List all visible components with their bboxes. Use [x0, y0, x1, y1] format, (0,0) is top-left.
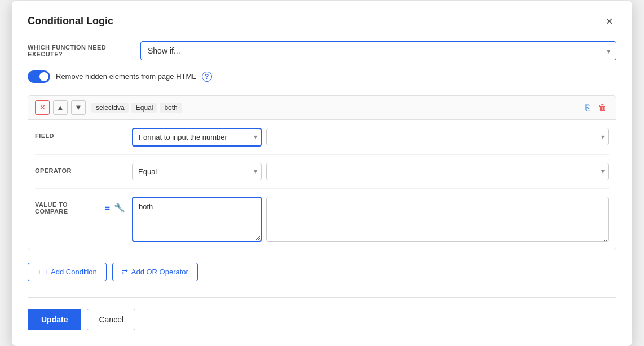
remove-condition-button[interactable]: ✕: [35, 100, 50, 115]
condition-fields: FIELD Format to input the number ▾ ▾: [28, 120, 616, 250]
close-button[interactable]: ×: [602, 14, 616, 29]
modal-title: Conditional Logic: [28, 15, 113, 27]
function-select[interactable]: Show if... Hide if... Enable if... Disab…: [140, 41, 616, 60]
operator-right-select-wrapper: ▾: [266, 163, 609, 180]
add-condition-label: + Add Condition: [45, 268, 97, 276]
operator-row-label: OPERATOR: [35, 163, 125, 174]
field-right-select-wrapper: ▾: [266, 128, 609, 147]
toggle-row: Remove hidden elements from page HTML ?: [28, 70, 616, 83]
operator-select[interactable]: Equal Not Equal Contains Greater Than Le…: [132, 163, 262, 180]
value-controls: both: [132, 197, 609, 242]
conditional-logic-modal: Conditional Logic × WHICH FUNCTION NEED …: [12, 1, 632, 346]
move-down-button[interactable]: ▼: [71, 100, 86, 115]
move-up-button[interactable]: ▲: [53, 100, 68, 115]
field-select-wrapper: Format to input the number ▾: [132, 128, 262, 147]
value-textarea[interactable]: both: [132, 197, 262, 242]
field-row-label: FIELD: [35, 128, 125, 139]
modal-header: Conditional Logic ×: [28, 14, 616, 29]
field-select[interactable]: Format to input the number: [132, 128, 262, 147]
operator-select-wrapper: Equal Not Equal Contains Greater Than Le…: [132, 163, 262, 180]
tag-value: both: [160, 103, 182, 113]
field-right-select[interactable]: [266, 128, 609, 145]
toggle-control[interactable]: [28, 70, 50, 83]
copy-condition-button[interactable]: ⎘: [583, 101, 593, 113]
update-button[interactable]: Update: [28, 309, 81, 330]
function-select-wrapper: Show if... Hide if... Enable if... Disab…: [140, 41, 616, 60]
value-label-text: VALUE TO COMPARE: [35, 201, 102, 215]
toolbar-actions: ⎘ 🗑: [583, 101, 609, 113]
toggle-slider: [28, 70, 50, 83]
field-row: FIELD Format to input the number ▾ ▾: [35, 120, 609, 155]
condition-block: ✕ ▲ ▼ selectdva Equal both ⎘ 🗑 FIELD: [28, 95, 616, 250]
add-or-button[interactable]: ⇄ Add OR Operator: [112, 263, 198, 281]
help-icon[interactable]: ?: [202, 72, 212, 82]
actions-bar: + + Add Condition ⇄ Add OR Operator: [28, 263, 616, 281]
stack-icon: ≡: [105, 203, 111, 213]
footer-divider: [28, 297, 616, 298]
delete-condition-button[interactable]: 🗑: [596, 101, 609, 113]
operator-row: OPERATOR Equal Not Equal Contains Greate…: [35, 155, 609, 189]
field-controls: Format to input the number ▾ ▾: [132, 128, 609, 147]
add-condition-icon: +: [37, 268, 42, 276]
operator-right-select[interactable]: [266, 163, 609, 180]
value-row: VALUE TO COMPARE ≡ 🔧 both: [35, 189, 609, 250]
wrench-icon: 🔧: [114, 202, 125, 213]
tag-field: selectdva: [91, 103, 129, 113]
footer-actions: Update Cancel: [28, 309, 616, 330]
function-label: WHICH FUNCTION NEED EXECUTE?: [28, 44, 140, 57]
condition-toolbar: ✕ ▲ ▼ selectdva Equal both ⎘ 🗑: [28, 96, 616, 120]
operator-controls: Equal Not Equal Contains Greater Than Le…: [132, 163, 609, 180]
add-condition-button[interactable]: + + Add Condition: [28, 263, 107, 281]
add-or-label: Add OR Operator: [131, 268, 188, 276]
tag-operator: Equal: [131, 103, 158, 113]
add-or-icon: ⇄: [122, 268, 128, 276]
condition-tags: selectdva Equal both: [91, 103, 182, 113]
value-right-textarea[interactable]: [266, 197, 609, 242]
function-row: WHICH FUNCTION NEED EXECUTE? Show if... …: [28, 41, 616, 60]
value-row-label: VALUE TO COMPARE ≡ 🔧: [35, 197, 125, 215]
cancel-button[interactable]: Cancel: [87, 309, 135, 330]
toggle-label: Remove hidden elements from page HTML: [56, 72, 196, 81]
